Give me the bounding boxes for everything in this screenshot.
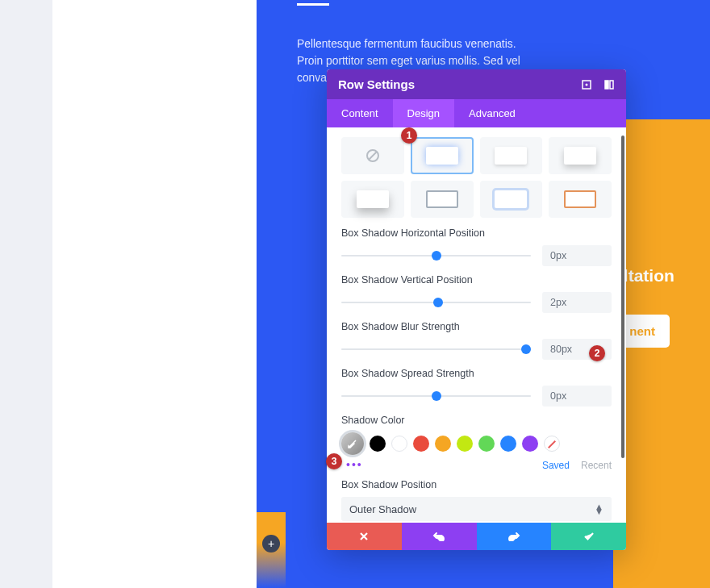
slider-h-pos[interactable]: [341, 250, 531, 261]
scroll-thumb[interactable]: [621, 136, 624, 458]
expand-icon[interactable]: [581, 79, 592, 90]
shadow-preset-grid: [341, 137, 612, 218]
save-button[interactable]: [551, 523, 626, 550]
undo-button[interactable]: [402, 523, 477, 550]
slider-blur[interactable]: [341, 344, 531, 355]
modal-tabs: Content Design Advanced: [327, 99, 626, 127]
tab-content[interactable]: Content: [327, 99, 393, 127]
swatch-green[interactable]: [478, 436, 495, 452]
swatch-purple[interactable]: [522, 436, 538, 452]
swatch-eyedropper[interactable]: [341, 432, 364, 455]
swatch-orange[interactable]: [435, 436, 451, 452]
redo-button[interactable]: [477, 523, 552, 550]
swatch-red[interactable]: [413, 436, 429, 452]
label-h-pos: Box Shadow Horizontal Position: [341, 227, 612, 239]
label-spread: Box Shadow Spread Strength: [341, 368, 612, 379]
value-v-pos[interactable]: 2px: [542, 292, 612, 313]
preset-border1[interactable]: [411, 181, 474, 218]
swatch-tabs: Saved Recent: [341, 460, 612, 471]
preset-none[interactable]: [341, 137, 404, 174]
row-settings-modal: Row Settings Content Design Advanced: [327, 69, 626, 550]
page-background: Pellentesque fermentum faucibus venenati…: [0, 0, 710, 588]
select-shadow-position[interactable]: Outer Shadow ▲▼: [341, 497, 612, 521]
svg-rect-2: [605, 81, 608, 89]
slider-v-pos[interactable]: [341, 297, 531, 308]
tab-design[interactable]: Design: [393, 99, 454, 127]
select-value: Outer Shadow: [349, 503, 416, 515]
value-h-pos[interactable]: 0px: [542, 245, 612, 266]
preset-glow[interactable]: [411, 137, 474, 174]
color-swatches: [341, 432, 612, 455]
annotation-badge-2: 2: [589, 345, 605, 361]
swatch-blue[interactable]: [500, 436, 516, 452]
tab-advanced[interactable]: Advanced: [454, 99, 530, 127]
preset-lg[interactable]: [341, 181, 404, 218]
swatch-white[interactable]: [391, 436, 407, 452]
preset-border2[interactable]: [480, 181, 543, 218]
label-shadow-position: Box Shadow Position: [341, 479, 612, 490]
label-v-pos: Box Shadow Vertical Position: [341, 274, 612, 286]
swatch-black[interactable]: [370, 436, 386, 452]
svg-point-1: [586, 83, 588, 85]
cancel-button[interactable]: [327, 523, 402, 550]
annotation-badge-3: 3: [326, 453, 342, 469]
modal-header[interactable]: Row Settings: [327, 69, 626, 99]
swatch-lime[interactable]: [457, 436, 473, 452]
chevron-updown-icon: ▲▼: [595, 504, 604, 514]
slider-spread[interactable]: [341, 390, 531, 402]
snap-icon[interactable]: [604, 79, 615, 90]
sidebar-bg: [0, 0, 52, 588]
swatch-none[interactable]: [544, 436, 560, 452]
swatch-tab-saved[interactable]: Saved: [542, 460, 570, 471]
divider: [297, 3, 329, 6]
modal-title: Row Settings: [338, 77, 415, 91]
accent-bg: [613, 119, 710, 588]
label-blur: Box Shadow Blur Strength: [341, 321, 612, 332]
value-spread[interactable]: 0px: [542, 386, 612, 407]
preset-border3[interactable]: [549, 181, 612, 218]
label-shadow-color: Shadow Color: [341, 415, 612, 426]
preset-md[interactable]: [549, 137, 612, 174]
swatch-tab-recent[interactable]: Recent: [581, 460, 612, 471]
add-section-button[interactable]: +: [262, 535, 280, 553]
panel-scrollbar[interactable]: [621, 136, 624, 523]
preset-sm[interactable]: [480, 137, 543, 174]
modal-panel: Box Shadow Horizontal Position 0px Box S…: [327, 127, 626, 523]
annotation-badge-1: 1: [401, 127, 417, 144]
svg-line-5: [369, 152, 377, 160]
modal-footer: [327, 523, 626, 550]
svg-rect-3: [610, 81, 613, 89]
